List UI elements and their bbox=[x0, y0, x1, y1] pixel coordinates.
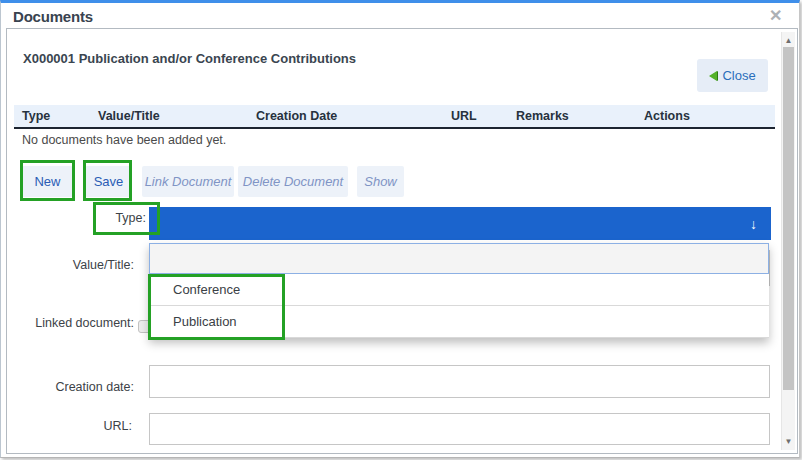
url-input[interactable] bbox=[149, 413, 770, 445]
column-header-creation-date: Creation Date bbox=[256, 109, 337, 123]
column-header-remarks: Remarks bbox=[516, 109, 569, 123]
vertical-scrollbar[interactable]: ▲ ▼ bbox=[781, 32, 795, 450]
delete-document-button[interactable]: Delete Document bbox=[238, 166, 348, 197]
record-title: X000001 Publication and/or Conference Co… bbox=[23, 51, 356, 66]
type-dropdown-list: Conference Publication bbox=[149, 243, 769, 338]
creation-date-label: Creation date: bbox=[14, 380, 134, 394]
chevron-down-icon: ↓ bbox=[750, 216, 771, 232]
new-button[interactable]: New bbox=[22, 166, 73, 197]
scroll-up-icon[interactable]: ▲ bbox=[782, 36, 795, 45]
type-dropdown[interactable]: ↓ bbox=[149, 207, 771, 240]
column-header-actions: Actions bbox=[644, 109, 690, 123]
column-header-value-title: Value/Title bbox=[98, 109, 160, 123]
type-label: Type: bbox=[26, 211, 146, 225]
dropdown-option-conference[interactable]: Conference bbox=[149, 274, 769, 306]
value-title-label: Value/Title: bbox=[14, 258, 134, 272]
close-x-icon[interactable]: ✕ bbox=[769, 6, 782, 25]
documents-table-header: Type Value/Title Creation Date URL Remar… bbox=[14, 105, 775, 129]
column-header-type: Type bbox=[22, 109, 50, 123]
show-button[interactable]: Show bbox=[357, 166, 404, 197]
green-left-arrow-icon bbox=[709, 71, 717, 81]
modal-content-panel: X000001 Publication and/or Conference Co… bbox=[6, 28, 798, 454]
dropdown-option-publication[interactable]: Publication bbox=[149, 306, 769, 338]
column-header-url: URL bbox=[451, 109, 477, 123]
url-label: URL: bbox=[12, 419, 132, 433]
close-button[interactable]: Close bbox=[697, 59, 768, 92]
documents-modal: Documents ✕ X000001 Publication and/or C… bbox=[0, 0, 800, 458]
creation-date-input[interactable] bbox=[149, 365, 770, 398]
linked-document-label: Linked document: bbox=[14, 316, 134, 330]
link-document-button[interactable]: Link Document bbox=[142, 166, 234, 197]
dropdown-option-empty[interactable] bbox=[149, 243, 769, 274]
save-button[interactable]: Save bbox=[85, 166, 132, 197]
table-empty-message: No documents have been added yet. bbox=[22, 133, 226, 147]
modal-title: Documents bbox=[13, 8, 93, 25]
scrollbar-thumb[interactable] bbox=[783, 47, 794, 390]
scroll-down-icon[interactable]: ▼ bbox=[782, 437, 795, 446]
close-button-label: Close bbox=[722, 68, 755, 83]
